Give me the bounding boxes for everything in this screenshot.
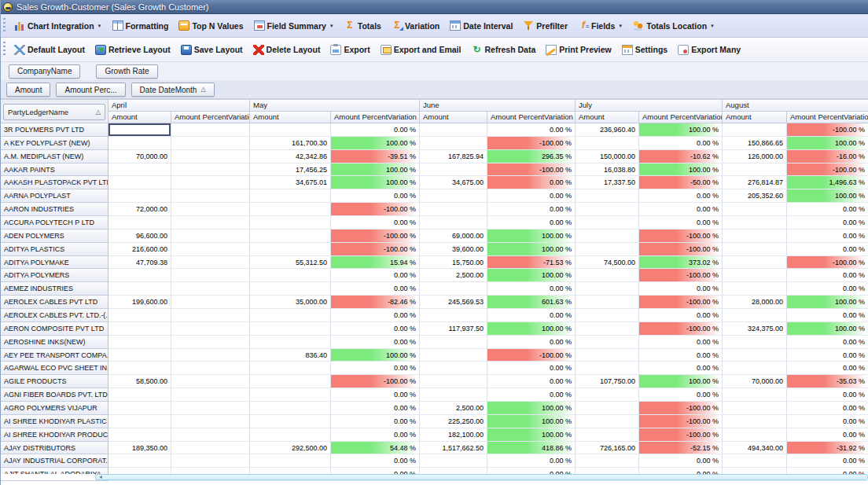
percent-variation-cell[interactable] xyxy=(171,282,250,296)
percent-variation-cell[interactable]: -100.00 % xyxy=(639,428,723,442)
percent-variation-cell[interactable] xyxy=(171,388,250,402)
column-header-amount[interactable]: Amount xyxy=(576,112,639,123)
percent-variation-cell[interactable] xyxy=(171,428,250,442)
percent-variation-cell[interactable]: 0.00 % xyxy=(787,203,868,216)
toolbar-button-export[interactable]: Export xyxy=(326,42,374,57)
percent-variation-cell[interactable] xyxy=(171,442,250,455)
amount-cell[interactable] xyxy=(108,454,171,468)
column-header-percent-variation[interactable]: Amount PercentVariation xyxy=(639,112,723,123)
percent-variation-cell[interactable]: -100.00 % xyxy=(787,123,868,137)
amount-cell[interactable] xyxy=(250,203,331,216)
percent-variation-cell[interactable] xyxy=(171,216,250,230)
percent-variation-cell[interactable]: 54.48 % xyxy=(331,442,420,455)
percent-variation-cell[interactable] xyxy=(171,336,250,349)
percent-variation-cell[interactable]: 0.00 % xyxy=(487,203,576,216)
amount-cell[interactable] xyxy=(576,230,639,243)
amount-cell[interactable] xyxy=(576,203,639,216)
amount-cell[interactable] xyxy=(723,454,787,468)
amount-cell[interactable] xyxy=(420,216,487,230)
amount-cell[interactable]: 205,352.60 xyxy=(723,189,787,203)
amount-cell[interactable] xyxy=(576,269,639,282)
percent-variation-cell[interactable]: 0.00 % xyxy=(331,362,420,375)
percent-variation-cell[interactable] xyxy=(171,362,250,375)
percent-variation-cell[interactable]: 0.00 % xyxy=(487,216,576,230)
percent-variation-cell[interactable] xyxy=(171,309,250,322)
percent-variation-cell[interactable]: 0.00 % xyxy=(487,336,576,349)
percent-variation-cell[interactable]: 0.00 % xyxy=(487,282,576,296)
amount-cell[interactable]: 42,342.86 xyxy=(250,150,331,164)
amount-cell[interactable] xyxy=(250,375,331,388)
row-header-cell[interactable]: A KEY POLYPLAST (NEW) xyxy=(1,137,108,150)
percent-variation-cell[interactable]: -100.00 % xyxy=(787,256,868,270)
amount-cell[interactable] xyxy=(723,415,787,428)
row-header-cell[interactable]: A.M. MEDIPLAST (NEW) xyxy=(1,150,108,164)
amount-cell[interactable] xyxy=(250,243,331,256)
percent-variation-cell[interactable]: 100.00 % xyxy=(487,402,576,415)
percent-variation-cell[interactable]: 0.00 % xyxy=(331,336,420,349)
row-header-field-button[interactable]: PartyLedgerName △ xyxy=(3,104,105,120)
amount-cell[interactable] xyxy=(108,349,171,362)
percent-variation-cell[interactable]: 100.00 % xyxy=(331,164,420,177)
amount-cell[interactable] xyxy=(420,189,487,203)
amount-cell[interactable] xyxy=(250,230,331,243)
percent-variation-cell[interactable]: 0.00 % xyxy=(331,189,420,203)
column-header-amount[interactable]: Amount xyxy=(723,112,787,123)
percent-variation-cell[interactable]: 0.00 % xyxy=(787,230,868,243)
amount-cell[interactable] xyxy=(576,296,639,309)
row-header-cell[interactable]: 3R POLYMERS PVT LTD xyxy=(1,123,108,137)
amount-cell[interactable] xyxy=(250,415,331,428)
amount-cell[interactable] xyxy=(420,362,487,375)
amount-cell[interactable] xyxy=(576,362,639,375)
percent-variation-cell[interactable] xyxy=(171,375,250,388)
amount-cell[interactable] xyxy=(108,309,171,322)
percent-variation-cell[interactable]: 0.00 % xyxy=(787,269,868,282)
row-header-cell[interactable]: AGRO POLYMERS VIJAPUR xyxy=(1,402,108,415)
amount-cell[interactable] xyxy=(108,123,171,137)
percent-variation-cell[interactable] xyxy=(171,296,250,309)
percent-variation-cell[interactable]: -100.00 % xyxy=(331,375,420,388)
row-header-cell[interactable]: AGILE PRODUCTS xyxy=(1,375,108,388)
amount-cell[interactable]: 35,000.00 xyxy=(250,296,331,309)
percent-variation-cell[interactable]: 0.00 % xyxy=(331,322,420,336)
amount-cell[interactable] xyxy=(723,402,787,415)
row-header-cell[interactable]: AAKAR PAINTS xyxy=(1,164,108,177)
row-header-cell[interactable]: AAKASH PLASTOPACK PVT LTD xyxy=(1,176,108,189)
row-header-cell[interactable]: AI SHREE KHODIYAR PLASTIC xyxy=(1,415,108,428)
percent-variation-cell[interactable]: -100.00 % xyxy=(639,269,723,282)
amount-cell[interactable] xyxy=(723,349,787,362)
amount-cell[interactable]: 150,000.00 xyxy=(576,150,639,164)
percent-variation-cell[interactable]: 296.35 % xyxy=(487,150,576,164)
scrollbar-track[interactable] xyxy=(95,474,868,480)
amount-cell[interactable] xyxy=(723,309,787,322)
amount-cell[interactable] xyxy=(108,322,171,336)
row-header-cell[interactable]: ADITYA POLYMERS xyxy=(1,269,108,282)
amount-cell[interactable] xyxy=(576,282,639,296)
amount-cell[interactable]: 324,375.00 xyxy=(723,322,787,336)
percent-variation-cell[interactable]: 0.00 % xyxy=(787,388,868,402)
percent-variation-cell[interactable]: 0.00 % xyxy=(639,309,723,322)
amount-cell[interactable] xyxy=(420,309,487,322)
amount-cell[interactable]: 292,500.00 xyxy=(250,442,331,455)
amount-cell[interactable]: 216,600.00 xyxy=(108,243,171,256)
amount-cell[interactable] xyxy=(576,428,639,442)
amount-cell[interactable] xyxy=(250,282,331,296)
title-bar[interactable]: Sales Growth-Customer (Sales Growth Cust… xyxy=(1,0,868,14)
data-field-date-datemonth[interactable]: Date DateMonth△ xyxy=(131,83,215,97)
amount-cell[interactable] xyxy=(576,322,639,336)
percent-variation-cell[interactable] xyxy=(171,415,250,428)
percent-variation-cell[interactable] xyxy=(171,402,250,415)
percent-variation-cell[interactable]: -100.00 % xyxy=(331,243,420,256)
amount-cell[interactable] xyxy=(250,428,331,442)
percent-variation-cell[interactable]: 15.94 % xyxy=(331,256,420,270)
percent-variation-cell[interactable]: -50.00 % xyxy=(639,176,723,189)
column-header-percent-variation[interactable]: Amount PercentVariation xyxy=(331,112,420,123)
percent-variation-cell[interactable]: 0.00 % xyxy=(487,454,576,468)
percent-variation-cell[interactable]: 601.63 % xyxy=(487,296,576,309)
row-header-cell[interactable]: AEMEZ INDUSTRIES xyxy=(1,282,108,296)
percent-variation-cell[interactable]: -35.03 % xyxy=(787,375,868,388)
toolbar-button-save-layout[interactable]: Save Layout xyxy=(176,42,248,57)
percent-variation-cell[interactable] xyxy=(171,150,250,164)
amount-cell[interactable]: 836.40 xyxy=(250,349,331,362)
toolbar-button-retrieve-layout[interactable]: Retrieve Layout xyxy=(90,42,175,57)
percent-variation-cell[interactable]: 100.00 % xyxy=(487,322,576,336)
